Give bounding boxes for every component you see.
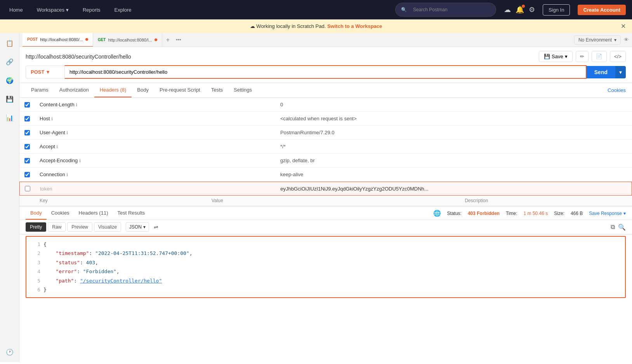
- header-checkbox-connection[interactable]: [24, 172, 30, 177]
- resp-tab-test-results[interactable]: Test Results: [113, 207, 149, 220]
- request-title-bar: http://localhost:8080/securityController…: [19, 47, 632, 83]
- response-area: Body Cookies Headers (11) Test Results 🌐…: [19, 206, 632, 301]
- header-checkbox-useragent[interactable]: [24, 130, 30, 135]
- request-title-text: http://localhost:8080/securityController…: [26, 54, 131, 60]
- chevron-down-icon: ▾: [623, 211, 626, 216]
- sidebar-history-icon[interactable]: 🕐: [3, 346, 16, 358]
- time-label: Time:: [506, 211, 517, 216]
- top-nav: Home Workspaces ▾ Reports Explore 🔍 Sear…: [0, 0, 632, 19]
- banner-text: Working locally in Scratch Pad.: [256, 23, 326, 29]
- nav-home[interactable]: Home: [6, 5, 26, 14]
- code-button[interactable]: </>: [610, 51, 626, 62]
- banner: ☁ Working locally in Scratch Pad. Switch…: [0, 19, 632, 33]
- tab-get[interactable]: GET http://localhost:8080/l...: [93, 33, 162, 47]
- chevron-down-icon: ▾: [614, 37, 616, 43]
- sidebar: 📋 🔗 🌍 💾 📊 🕐: [0, 33, 19, 362]
- req-tab-tests[interactable]: Tests: [206, 83, 228, 97]
- save-button[interactable]: 💾 Save ▾: [539, 51, 573, 62]
- env-label: No Environment: [578, 37, 612, 43]
- info-icon: ℹ: [79, 158, 81, 163]
- cloud-icon[interactable]: ☁: [504, 5, 511, 14]
- response-body: 1 { 2 "timestamp": "2022-04-25T11:31:52.…: [26, 236, 626, 298]
- header-checkbox-accept[interactable]: [24, 144, 30, 149]
- info-icon: ℹ: [66, 172, 68, 177]
- req-tab-authorization[interactable]: Authorization: [54, 83, 94, 97]
- header-row: User-Agent ℹ PostmanRuntime/7.29.0: [19, 126, 632, 140]
- nav-workspaces[interactable]: Workspaces ▾: [34, 5, 72, 14]
- sidebar-new-icon[interactable]: 📋: [3, 37, 16, 49]
- nav-reports[interactable]: Reports: [80, 5, 104, 14]
- method-select[interactable]: POST ▾: [26, 66, 64, 78]
- format-type-select[interactable]: JSON ▾: [126, 222, 149, 232]
- header-checkbox-token[interactable]: [25, 186, 30, 191]
- header-checkbox-host[interactable]: [24, 116, 30, 121]
- send-button-group: Send ▾: [587, 66, 626, 78]
- copy-icon[interactable]: ⧉: [611, 224, 615, 231]
- resp-tab-headers[interactable]: Headers (11): [74, 207, 113, 220]
- banner-icon: ☁: [250, 23, 255, 29]
- notification-icon[interactable]: 🔔: [516, 5, 524, 14]
- search-bar[interactable]: 🔍 Search Postman: [395, 3, 496, 17]
- send-main-button[interactable]: Send: [587, 66, 615, 78]
- info-icon: ℹ: [66, 130, 68, 135]
- response-line-4: 4 "error": "Forbidden",: [33, 267, 619, 276]
- req-tab-headers[interactable]: Headers (8): [94, 83, 132, 97]
- close-icon[interactable]: ✕: [621, 23, 626, 30]
- search-response-icon[interactable]: 🔍: [618, 224, 626, 231]
- format-raw-button[interactable]: Raw: [48, 222, 66, 232]
- col-labels-row: Key Value Description: [19, 196, 632, 206]
- search-icon: 🔍: [401, 7, 407, 12]
- cookies-link[interactable]: Cookies: [608, 87, 626, 93]
- nav-explore[interactable]: Explore: [111, 5, 135, 14]
- format-preview-button[interactable]: Preview: [67, 222, 92, 232]
- format-pretty-button[interactable]: Pretty: [26, 222, 46, 232]
- tab-method-get: GET: [98, 38, 106, 42]
- req-tab-settings[interactable]: Settings: [228, 83, 257, 97]
- environment-selector[interactable]: No Environment ▾: [574, 35, 621, 45]
- response-line-3: 3 "status": 403,: [33, 258, 619, 267]
- save-response-button[interactable]: Save Response ▾: [589, 211, 626, 216]
- switch-workspace-link[interactable]: Switch to a Workspace: [327, 23, 382, 29]
- save-dropdown-icon: ▾: [565, 54, 568, 59]
- header-checkbox-accept-encoding[interactable]: [24, 158, 30, 163]
- sidebar-collections-icon[interactable]: 🔗: [3, 55, 16, 68]
- request-tabs: Params Authorization Headers (8) Body Pr…: [19, 83, 632, 98]
- sign-in-button[interactable]: Sign In: [543, 4, 570, 16]
- resp-tab-body[interactable]: Body: [26, 207, 47, 220]
- sidebar-environments-icon[interactable]: 🌍: [3, 74, 16, 87]
- chevron-down-icon: ▾: [66, 7, 69, 13]
- send-dropdown-button[interactable]: ▾: [615, 66, 626, 78]
- filter-icon[interactable]: ⇌: [154, 224, 158, 230]
- tab-dot-post: [85, 38, 88, 41]
- more-tabs-button[interactable]: •••: [174, 37, 184, 43]
- url-input[interactable]: [64, 65, 587, 79]
- req-tab-prerequest[interactable]: Pre-request Script: [154, 83, 206, 97]
- tab-post[interactable]: POST http://localhost:8080/...: [23, 33, 93, 47]
- globe-icon: 🌐: [433, 210, 441, 217]
- header-row: Content-Length ℹ 0: [19, 98, 632, 112]
- create-account-button[interactable]: Create Account: [578, 5, 626, 15]
- req-tab-params[interactable]: Params: [26, 83, 54, 97]
- save-icon: 💾: [544, 54, 550, 59]
- header-row: Accept ℹ */*: [19, 140, 632, 154]
- add-tab-button[interactable]: +: [162, 36, 174, 43]
- settings-icon[interactable]: ⚙: [529, 5, 535, 14]
- response-line-2: 2 "timestamp": "2022-04-25T11:31:52.747+…: [33, 249, 619, 258]
- time-value: 1 m 50.46 s: [524, 211, 548, 216]
- docs-button[interactable]: 📄: [592, 51, 607, 62]
- search-placeholder: Search Postman: [410, 5, 451, 14]
- tabs-bar: POST http://localhost:8080/... GET http:…: [19, 33, 632, 47]
- format-visualize-button[interactable]: Visualize: [94, 222, 121, 232]
- tab-url-post: http://localhost:8080/...: [40, 37, 83, 42]
- header-checkbox-content-length[interactable]: [24, 102, 30, 107]
- sidebar-storage-icon[interactable]: 💾: [3, 93, 16, 105]
- resp-tab-cookies[interactable]: Cookies: [47, 207, 74, 220]
- sidebar-chart-icon[interactable]: 📊: [3, 111, 16, 124]
- edit-button[interactable]: ✏: [576, 51, 589, 62]
- req-tab-body[interactable]: Body: [132, 83, 154, 97]
- eye-icon[interactable]: 👁: [624, 37, 629, 43]
- tab-method-post: POST: [27, 37, 38, 42]
- header-row: Accept-Encoding ℹ gzip, deflate, br: [19, 154, 632, 168]
- info-icon: ℹ: [76, 102, 77, 107]
- url-bar: POST ▾ Send ▾: [26, 65, 626, 79]
